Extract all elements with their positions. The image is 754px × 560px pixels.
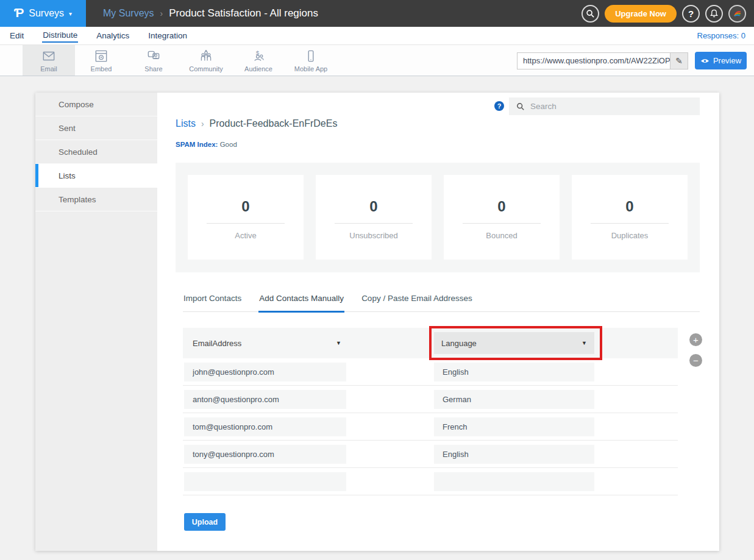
preview-button[interactable]: Preview — [695, 52, 747, 69]
lists-main: ? Lists › Product-Feedback-EnFrDeEs SPAM… — [157, 93, 719, 551]
language-column-select[interactable]: Language ▼ — [434, 332, 594, 354]
sidebar-sent-label: Sent — [59, 124, 76, 133]
sidebar-item-lists[interactable]: Lists — [35, 164, 157, 188]
distribute-toolbar: Email Embed Share Community $ Audience M… — [0, 44, 754, 76]
toolbar-right: https://www.questionpro.com/t/AW22ZiOP ✎… — [517, 52, 747, 69]
toolbar-community[interactable]: Community — [180, 45, 232, 76]
toolbar-audience[interactable]: $ Audience — [232, 45, 285, 76]
email-input-3[interactable] — [184, 417, 346, 436]
active-count: 0 — [188, 198, 304, 215]
toolbar-email[interactable]: Email — [23, 45, 75, 76]
language-input-3[interactable] — [434, 417, 594, 436]
survey-nav: Edit Distribute Analytics Integration Re… — [0, 27, 754, 44]
search-icon — [516, 102, 525, 111]
bell-icon — [710, 9, 719, 18]
spam-index-label: SPAM Index: — [176, 141, 218, 148]
breadcrumb-lists-link[interactable]: Lists — [176, 118, 196, 129]
language-input-2[interactable] — [434, 390, 594, 409]
tab-add-contacts-manually[interactable]: Add Contacts Manually — [258, 294, 344, 313]
contact-rows — [183, 358, 678, 495]
sidebar-templates-label: Templates — [59, 195, 96, 204]
sidebar-item-scheduled[interactable]: Scheduled — [35, 140, 157, 164]
breadcrumb-my-surveys[interactable]: My Surveys — [103, 8, 154, 19]
help-icon: ? — [497, 102, 502, 110]
account-avatar[interactable] — [728, 5, 746, 23]
upgrade-now-button[interactable]: Upgrade Now — [605, 5, 677, 23]
help-button[interactable]: ? — [682, 5, 700, 23]
contact-row-1 — [183, 358, 678, 386]
active-label: Active — [188, 231, 304, 240]
survey-title: Product Satisfaction - All regions — [169, 7, 318, 19]
contact-row-3 — [183, 413, 678, 441]
sidebar-item-compose[interactable]: Compose — [35, 93, 157, 116]
toolbar-mobile-app-label: Mobile App — [294, 65, 327, 73]
preview-label: Preview — [713, 56, 741, 65]
embed-icon — [93, 48, 109, 64]
language-column-value: Language — [441, 339, 477, 348]
language-input-5[interactable] — [434, 472, 594, 491]
share-icon — [146, 48, 162, 64]
header-breadcrumb: My Surveys › Product Satisfaction - All … — [103, 7, 318, 19]
caret-down-icon: ▼ — [582, 340, 587, 346]
edit-url-button[interactable]: ✎ — [670, 52, 688, 69]
search-input[interactable] — [530, 102, 677, 111]
bounced-count: 0 — [444, 198, 560, 215]
sidebar-item-sent[interactable]: Sent — [35, 116, 157, 140]
sidebar-item-templates[interactable]: Templates — [35, 188, 157, 211]
question-mark-icon: ? — [688, 9, 694, 19]
divider — [591, 223, 669, 224]
sidebar-compose-label: Compose — [59, 100, 94, 109]
column-header-band: EmailAddress ▼ Language ▼ — [183, 328, 678, 358]
toolbar-share[interactable]: Share — [127, 45, 180, 76]
audience-icon: $ — [251, 48, 266, 64]
email-input-2[interactable] — [184, 390, 346, 409]
avatar-logo-icon — [731, 7, 744, 19]
divider — [463, 223, 541, 224]
responses-count[interactable]: Responses: 0 — [697, 31, 746, 40]
toolbar-mobile-app[interactable]: Mobile App — [285, 45, 337, 76]
list-search-box — [509, 97, 700, 115]
remove-row-button[interactable]: − — [689, 354, 702, 367]
caret-down-icon: ▾ — [69, 10, 72, 17]
nav-edit[interactable]: Edit — [9, 29, 24, 42]
duplicates-label: Duplicates — [572, 231, 688, 240]
nav-integration[interactable]: Integration — [148, 29, 188, 42]
survey-url[interactable]: https://www.questionpro.com/t/AW22ZiOP — [517, 52, 670, 69]
list-breadcrumb: Lists › Product-Feedback-EnFrDeEs — [176, 118, 337, 129]
stat-card-duplicates: 0 Duplicates — [572, 175, 688, 260]
contact-row-4 — [183, 441, 678, 468]
toolbar-email-label: Email — [40, 65, 57, 73]
email-input-1[interactable] — [184, 363, 346, 381]
toolbar-audience-label: Audience — [244, 65, 272, 73]
search-icon — [586, 9, 595, 18]
contact-row-2 — [183, 386, 678, 413]
divider — [207, 223, 285, 224]
caret-down-icon: ▼ — [336, 340, 341, 346]
language-input-1[interactable] — [434, 363, 594, 381]
email-input-5[interactable] — [184, 472, 346, 491]
notifications-button[interactable] — [705, 5, 723, 23]
toolbar-embed[interactable]: Embed — [75, 45, 127, 76]
upload-button[interactable]: Upload — [184, 513, 226, 531]
nav-analytics[interactable]: Analytics — [96, 29, 130, 42]
contextual-help-button[interactable]: ? — [494, 101, 504, 111]
tab-copy-paste-email-addresses[interactable]: Copy / Paste Email Addresses — [361, 294, 473, 311]
global-search-button[interactable] — [582, 5, 599, 23]
sidebar-scheduled-label: Scheduled — [59, 147, 98, 157]
email-column-select[interactable]: EmailAddress ▼ — [183, 332, 347, 354]
list-name: Product-Feedback-EnFrDeEs — [210, 118, 338, 129]
list-stats: 0 Active 0 Unsubscribed 0 Bounced 0 — [176, 163, 700, 272]
spam-index-value: Good — [220, 141, 237, 148]
tab-import-contacts[interactable]: Import Contacts — [183, 294, 242, 311]
stat-card-active: 0 Active — [188, 175, 304, 260]
contact-row-5 — [183, 468, 678, 495]
add-row-button[interactable]: + — [689, 333, 702, 346]
email-icon — [41, 48, 57, 64]
contacts-tabs: Import Contacts Add Contacts Manually Co… — [183, 294, 700, 312]
email-lists-panel: Compose Sent Scheduled Lists Templates ?… — [35, 93, 719, 551]
eye-icon — [700, 58, 710, 64]
nav-distribute[interactable]: Distribute — [42, 29, 78, 43]
product-switcher[interactable]: Ƥ Surveys ▾ — [0, 0, 86, 27]
language-input-4[interactable] — [434, 445, 594, 464]
email-input-4[interactable] — [184, 445, 346, 464]
